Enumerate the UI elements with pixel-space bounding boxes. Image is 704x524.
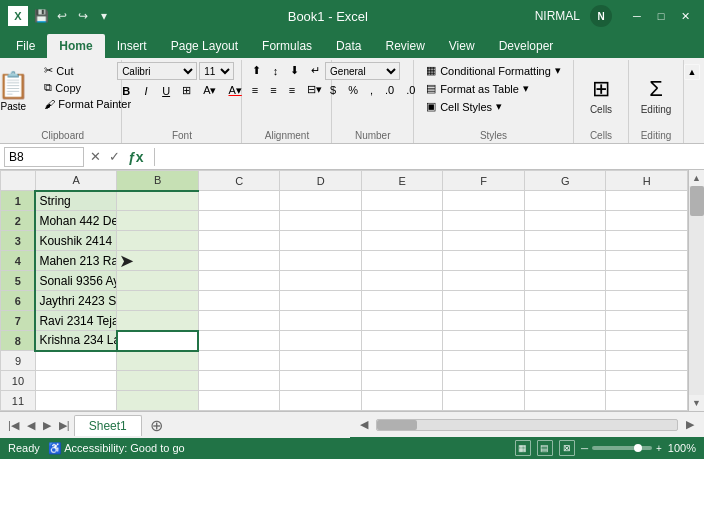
- h-scroll-thumb[interactable]: [377, 420, 417, 430]
- cell-c6[interactable]: [198, 291, 280, 311]
- cell-g10[interactable]: [524, 371, 606, 391]
- ribbon-expand-button[interactable]: ▲: [684, 64, 700, 80]
- cell-g6[interactable]: [524, 291, 606, 311]
- cell-h10[interactable]: [606, 371, 688, 391]
- cell-e8[interactable]: [361, 331, 443, 351]
- cell-d9[interactable]: [280, 351, 362, 371]
- cell-c9[interactable]: [198, 351, 280, 371]
- h-scroll-right[interactable]: ▶: [682, 418, 698, 431]
- percent-button[interactable]: %: [343, 82, 363, 98]
- page-break-view-button[interactable]: ⊠: [559, 440, 575, 456]
- cell-h9[interactable]: [606, 351, 688, 371]
- cell-g9[interactable]: [524, 351, 606, 371]
- cell-f7[interactable]: [443, 311, 525, 331]
- editing-button[interactable]: Σ Editing: [631, 68, 681, 123]
- cell-f9[interactable]: [443, 351, 525, 371]
- font-size-select[interactable]: 11: [199, 62, 234, 80]
- vertical-scrollbar[interactable]: ▲ ▼: [688, 170, 704, 411]
- align-bottom-button[interactable]: ⬇: [285, 62, 304, 79]
- number-format-select[interactable]: General: [325, 62, 400, 80]
- cell-d8[interactable]: [280, 331, 362, 351]
- sheet-nav-prev[interactable]: ◀: [23, 419, 39, 432]
- insert-function-icon[interactable]: ƒx: [126, 147, 146, 167]
- cell-d2[interactable]: [280, 211, 362, 231]
- cell-h5[interactable]: [606, 271, 688, 291]
- cell-b3[interactable]: [117, 231, 199, 251]
- cell-c8[interactable]: [198, 331, 280, 351]
- cell-h7[interactable]: [606, 311, 688, 331]
- cell-f4[interactable]: [443, 251, 525, 271]
- zoom-slider[interactable]: ─ +: [581, 443, 662, 454]
- cell-a6[interactable]: Jaythri 2423 Sharma: [35, 291, 117, 311]
- col-header-e[interactable]: E: [361, 171, 443, 191]
- cell-c11[interactable]: [198, 391, 280, 411]
- sheet-nav-first[interactable]: |◀: [4, 419, 23, 432]
- comma-button[interactable]: ,: [365, 82, 378, 98]
- cell-e5[interactable]: [361, 271, 443, 291]
- tab-file[interactable]: File: [4, 34, 47, 58]
- maximize-button[interactable]: □: [650, 5, 672, 27]
- cell-e10[interactable]: [361, 371, 443, 391]
- cell-b1[interactable]: [117, 191, 199, 211]
- cell-b6[interactable]: [117, 291, 199, 311]
- save-button[interactable]: 💾: [32, 7, 50, 25]
- cell-d6[interactable]: [280, 291, 362, 311]
- cell-h2[interactable]: [606, 211, 688, 231]
- cancel-formula-icon[interactable]: ✕: [88, 147, 103, 166]
- cell-b4[interactable]: ➤: [117, 251, 199, 271]
- v-scroll-track[interactable]: [689, 186, 704, 395]
- customize-quick-access[interactable]: ▾: [95, 7, 113, 25]
- cell-f2[interactable]: [443, 211, 525, 231]
- cell-b10[interactable]: [117, 371, 199, 391]
- name-box[interactable]: [4, 147, 84, 167]
- format-table-button[interactable]: ▤ Format as Table ▾: [420, 80, 567, 97]
- cell-a8[interactable]: Krishna 234 Lal: [35, 331, 117, 351]
- border-button[interactable]: ⊞: [177, 82, 196, 99]
- undo-button[interactable]: ↩: [53, 7, 71, 25]
- col-header-h[interactable]: H: [606, 171, 688, 191]
- bold-button[interactable]: B: [117, 83, 135, 99]
- cell-b7[interactable]: [117, 311, 199, 331]
- align-right-button[interactable]: ≡: [284, 81, 300, 98]
- cell-h3[interactable]: [606, 231, 688, 251]
- cell-b8[interactable]: [117, 331, 199, 351]
- cell-d4[interactable]: [280, 251, 362, 271]
- cell-h6[interactable]: [606, 291, 688, 311]
- h-scroll-track[interactable]: [376, 419, 678, 431]
- cell-f10[interactable]: [443, 371, 525, 391]
- col-header-b[interactable]: B: [117, 171, 199, 191]
- h-scroll-left[interactable]: ◀: [356, 418, 372, 431]
- cell-g4[interactable]: [524, 251, 606, 271]
- cell-c2[interactable]: [198, 211, 280, 231]
- cell-b2[interactable]: [117, 211, 199, 231]
- cell-e11[interactable]: [361, 391, 443, 411]
- tab-developer[interactable]: Developer: [487, 34, 566, 58]
- tab-data[interactable]: Data: [324, 34, 373, 58]
- zoom-out-icon[interactable]: ─: [581, 443, 588, 454]
- cell-d3[interactable]: [280, 231, 362, 251]
- col-header-a[interactable]: A: [35, 171, 117, 191]
- cell-h1[interactable]: [606, 191, 688, 211]
- tab-review[interactable]: Review: [373, 34, 436, 58]
- fill-color-button[interactable]: A▾: [198, 82, 221, 99]
- cell-g8[interactable]: [524, 331, 606, 351]
- add-sheet-button[interactable]: ⊕: [144, 416, 169, 435]
- tab-view[interactable]: View: [437, 34, 487, 58]
- conditional-formatting-button[interactable]: ▦ Conditional Formatting ▾: [420, 62, 567, 79]
- cell-e1[interactable]: [361, 191, 443, 211]
- tab-formulas[interactable]: Formulas: [250, 34, 324, 58]
- cell-a10[interactable]: [35, 371, 117, 391]
- cell-c7[interactable]: [198, 311, 280, 331]
- col-header-f[interactable]: F: [443, 171, 525, 191]
- paste-button[interactable]: 📋 Paste: [0, 62, 37, 120]
- zoom-in-icon[interactable]: +: [656, 443, 662, 454]
- minimize-button[interactable]: ─: [626, 5, 648, 27]
- tab-home[interactable]: Home: [47, 34, 104, 58]
- sheet-nav-last[interactable]: ▶|: [55, 419, 74, 432]
- user-avatar[interactable]: N: [590, 5, 612, 27]
- cell-f5[interactable]: [443, 271, 525, 291]
- cell-c3[interactable]: [198, 231, 280, 251]
- cell-c10[interactable]: [198, 371, 280, 391]
- tab-page-layout[interactable]: Page Layout: [159, 34, 250, 58]
- formula-input[interactable]: [163, 150, 700, 164]
